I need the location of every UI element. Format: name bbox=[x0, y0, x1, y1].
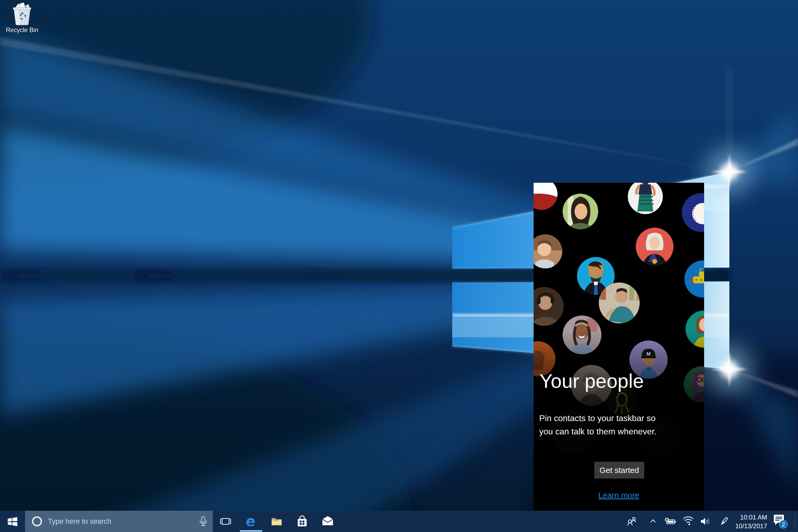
edge-glyph: e bbox=[245, 514, 256, 529]
notification-badge: 2 bbox=[779, 520, 787, 528]
volume-button[interactable] bbox=[697, 511, 714, 532]
action-center-icon: 2 bbox=[772, 513, 789, 530]
light-burst-bottom bbox=[705, 345, 753, 393]
task-view-button[interactable] bbox=[213, 511, 238, 532]
recycle-bin-label: Recycle Bin bbox=[5, 26, 39, 34]
file-explorer-button[interactable] bbox=[264, 511, 289, 532]
edge-running-indicator bbox=[240, 530, 262, 532]
tray-overflow-button[interactable] bbox=[645, 511, 661, 532]
search-placeholder: Type here to search bbox=[48, 517, 198, 526]
chevron-up-icon bbox=[648, 516, 658, 527]
recycle-bin-icon bbox=[11, 2, 33, 26]
task-view-icon bbox=[219, 515, 232, 528]
popup-body: Pin contacts to your taskbar so you can … bbox=[539, 412, 657, 438]
pen-icon bbox=[718, 515, 730, 527]
show-desktop-button[interactable] bbox=[795, 511, 798, 532]
popup-body-line2: you can talk to them whenever. bbox=[539, 425, 657, 438]
your-people-flyout: M bbox=[534, 183, 704, 511]
taskbar-edge-button[interactable]: e bbox=[238, 511, 264, 532]
store-icon bbox=[296, 515, 309, 528]
cortana-icon bbox=[31, 515, 43, 528]
start-button[interactable] bbox=[0, 511, 25, 532]
windows-logo-icon bbox=[7, 515, 18, 527]
people-icon bbox=[626, 515, 638, 527]
network-status-button[interactable] bbox=[680, 511, 697, 532]
action-center-button[interactable]: 2 bbox=[770, 511, 791, 532]
battery-charging-icon bbox=[664, 516, 677, 527]
get-started-button[interactable]: Get started bbox=[594, 462, 644, 478]
taskbar-clock[interactable]: 10:01 AM 10/13/2017 bbox=[732, 511, 767, 532]
recycle-bin-shortcut[interactable]: Recycle Bin bbox=[5, 2, 39, 40]
mail-icon bbox=[321, 515, 334, 528]
popup-body-line1: Pin contacts to your taskbar so bbox=[539, 412, 657, 425]
tray-people-button[interactable] bbox=[624, 511, 640, 532]
learn-more-link[interactable]: Learn more bbox=[598, 491, 639, 500]
desktop: Recycle Bin bbox=[0, 0, 798, 532]
mail-button[interactable] bbox=[315, 511, 341, 532]
search-input[interactable]: Type here to search bbox=[25, 511, 213, 532]
clock-date: 10/13/2017 bbox=[732, 521, 767, 530]
file-explorer-icon bbox=[270, 515, 283, 528]
store-button[interactable] bbox=[289, 511, 315, 532]
badge-count: 2 bbox=[782, 521, 785, 528]
light-burst-top bbox=[705, 148, 753, 196]
battery-status-button[interactable] bbox=[662, 511, 679, 532]
wifi-icon bbox=[682, 516, 695, 527]
clock-time: 10:01 AM bbox=[732, 513, 767, 521]
speaker-icon bbox=[699, 516, 711, 527]
taskbar: Type here to search bbox=[0, 511, 798, 532]
microphone-icon[interactable] bbox=[198, 515, 209, 527]
windows-ink-button[interactable] bbox=[716, 511, 732, 532]
popup-title: Your people bbox=[539, 370, 644, 392]
edge-icon: e bbox=[244, 514, 259, 529]
popup-content: Your people Pin contacts to your taskbar… bbox=[534, 183, 704, 511]
